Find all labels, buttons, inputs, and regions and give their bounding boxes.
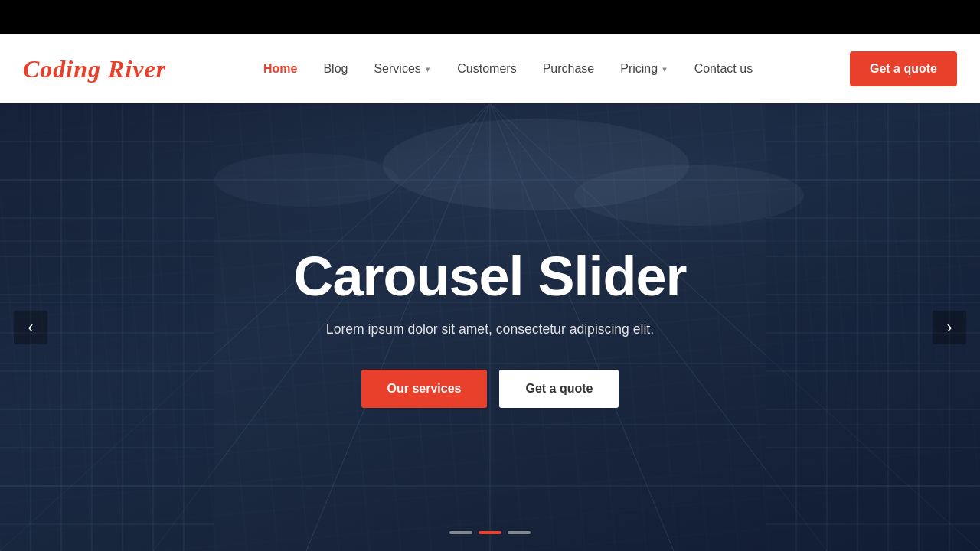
nav-label-home: Home xyxy=(263,62,297,76)
nav-item-contact: Contact us xyxy=(684,56,763,82)
brand-name: Coding River xyxy=(23,55,166,83)
hero-content: Carousel Slider Lorem ipsum dolor sit am… xyxy=(0,103,980,551)
nav-item-blog: Blog xyxy=(312,56,358,82)
nav-item-home: Home xyxy=(253,56,308,82)
brand-logo[interactable]: Coding River xyxy=(23,55,166,83)
get-quote-label: Get a quote xyxy=(870,62,937,75)
carousel-prev-button[interactable]: ‹ xyxy=(14,311,47,344)
nav-item-customers: Customers xyxy=(446,56,527,82)
hero-title: Carousel Slider xyxy=(293,246,686,307)
nav-label-contact: Contact us xyxy=(694,62,753,76)
nav-label-blog: Blog xyxy=(323,62,348,76)
nav-item-services: Services ▼ xyxy=(363,56,442,82)
hero-subtitle: Lorem ipsum dolor sit amet, consectetur … xyxy=(326,321,654,337)
nav-link-blog[interactable]: Blog xyxy=(312,56,358,82)
hero-section: Carousel Slider Lorem ipsum dolor sit am… xyxy=(0,103,980,551)
nav-label-customers: Customers xyxy=(457,62,516,76)
nav-item-pricing: Pricing ▼ xyxy=(609,56,678,82)
chevron-right-icon: › xyxy=(946,318,952,337)
carousel-indicators xyxy=(449,531,531,534)
nav-links: Home Blog Services ▼ Customers Purchase xyxy=(253,56,763,82)
nav-label-pricing: Pricing xyxy=(620,62,658,76)
indicator-1[interactable] xyxy=(449,531,472,534)
carousel-next-button[interactable]: › xyxy=(933,311,966,344)
nav-label-services: Services xyxy=(374,62,420,76)
our-services-button[interactable]: Our services xyxy=(361,370,488,408)
nav-link-purchase[interactable]: Purchase xyxy=(532,56,606,82)
nav-link-home[interactable]: Home xyxy=(253,56,308,82)
our-services-label: Our services xyxy=(387,382,462,395)
navbar: Coding River Home Blog Services ▼ Custom… xyxy=(0,34,980,103)
nav-label-purchase: Purchase xyxy=(543,62,595,76)
get-quote-button[interactable]: Get a quote xyxy=(850,51,957,86)
nav-link-customers[interactable]: Customers xyxy=(446,56,527,82)
nav-item-purchase: Purchase xyxy=(532,56,606,82)
nav-link-contact[interactable]: Contact us xyxy=(684,56,763,82)
chevron-left-icon: ‹ xyxy=(28,318,33,337)
chevron-down-icon: ▼ xyxy=(424,65,432,73)
nav-link-services[interactable]: Services ▼ xyxy=(363,56,442,82)
hero-get-quote-label: Get a quote xyxy=(525,382,593,395)
nav-link-pricing[interactable]: Pricing ▼ xyxy=(609,56,678,82)
indicator-3[interactable] xyxy=(508,531,531,534)
hero-get-quote-button[interactable]: Get a quote xyxy=(499,370,619,408)
top-bar xyxy=(0,0,980,34)
hero-buttons: Our services Get a quote xyxy=(361,370,619,408)
indicator-2[interactable] xyxy=(479,531,501,534)
chevron-down-icon-pricing: ▼ xyxy=(661,65,668,73)
